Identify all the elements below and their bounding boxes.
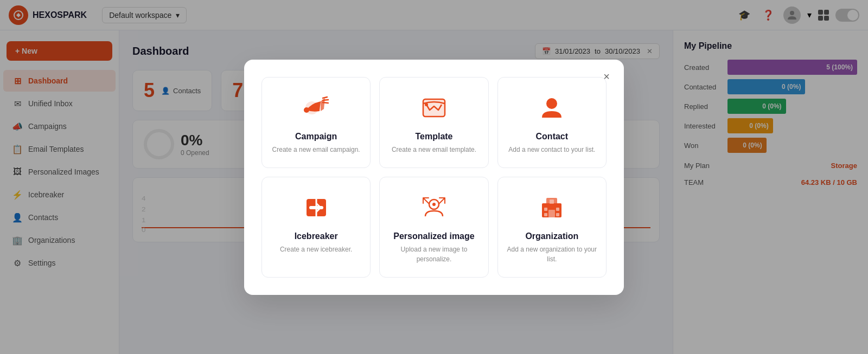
modal-card-template[interactable]: Template Create a new email template. xyxy=(379,77,488,168)
svg-point-8 xyxy=(304,107,309,113)
organization-card-desc: Add a new organization to your list. xyxy=(507,244,597,264)
template-icon xyxy=(388,91,479,125)
contact-icon xyxy=(507,91,597,125)
modal-dialog: × Campaign Create a new email campaign. xyxy=(244,60,624,295)
svg-point-11 xyxy=(425,103,428,106)
modal-card-contact[interactable]: Contact Add a new contact to your list. xyxy=(497,77,607,168)
modal-card-organization[interactable]: Organization Add a new organization to y… xyxy=(497,177,607,278)
svg-point-15 xyxy=(432,203,436,206)
organization-icon xyxy=(507,190,597,225)
svg-rect-22 xyxy=(556,213,559,216)
icebreaker-card-icon xyxy=(271,190,361,225)
personalized-image-icon xyxy=(388,190,479,225)
modal-card-campaign[interactable]: Campaign Create a new email campaign. xyxy=(261,77,371,168)
campaign-icon xyxy=(271,91,361,125)
organization-card-title: Organization xyxy=(507,231,597,241)
personalized-image-card-title: Personalized image xyxy=(388,231,479,241)
svg-rect-18 xyxy=(548,210,555,217)
personalized-image-card-desc: Upload a new image to personalize. xyxy=(388,244,479,264)
svg-rect-21 xyxy=(544,213,547,216)
svg-point-12 xyxy=(546,98,557,109)
svg-rect-19 xyxy=(544,208,547,211)
modal-card-icebreaker[interactable]: Icebreaker Create a new icebreaker. xyxy=(261,177,371,278)
icebreaker-card-desc: Create a new icebreaker. xyxy=(271,244,361,254)
svg-rect-20 xyxy=(556,208,559,211)
modal-grid: Campaign Create a new email campaign. Te… xyxy=(261,77,607,278)
template-card-desc: Create a new email template. xyxy=(388,145,479,155)
modal-overlay[interactable]: × Campaign Create a new email campaign. xyxy=(0,0,868,354)
contact-card-title: Contact xyxy=(507,132,597,141)
icebreaker-card-title: Icebreaker xyxy=(271,231,361,241)
campaign-card-desc: Create a new email campaign. xyxy=(271,145,361,155)
template-card-title: Template xyxy=(388,132,479,141)
contact-card-desc: Add a new contact to your list. xyxy=(507,145,597,155)
modal-close-button[interactable]: × xyxy=(598,68,615,86)
campaign-card-title: Campaign xyxy=(271,132,361,141)
svg-rect-23 xyxy=(550,199,554,204)
modal-card-personalized-image[interactable]: Personalized image Upload a new image to… xyxy=(379,177,488,278)
